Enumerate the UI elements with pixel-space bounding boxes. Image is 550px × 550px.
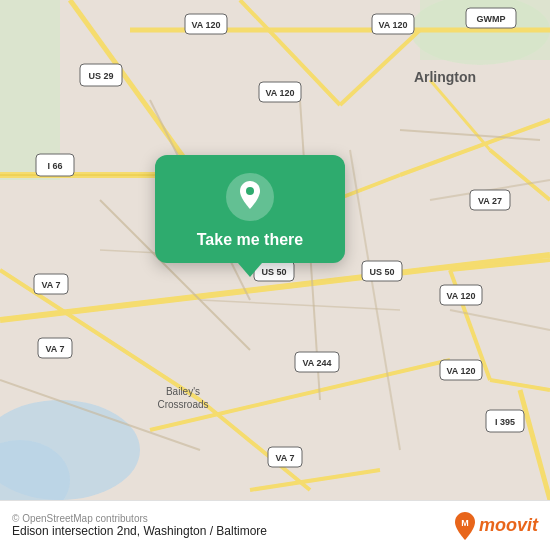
svg-text:US 29: US 29	[88, 71, 113, 81]
location-text: Edison intersection 2nd, Washington / Ba…	[12, 524, 267, 538]
bottom-bar: © OpenStreetMap contributors Edison inte…	[0, 500, 550, 550]
svg-text:I 395: I 395	[495, 417, 515, 427]
svg-text:VA 27: VA 27	[478, 196, 502, 206]
moovit-logo: M moovit	[454, 512, 538, 540]
copyright-text: © OpenStreetMap contributors	[12, 513, 267, 524]
location-icon-circle	[226, 173, 274, 221]
svg-text:VA 244: VA 244	[302, 358, 331, 368]
svg-text:VA 7: VA 7	[275, 453, 294, 463]
svg-point-71	[246, 187, 254, 195]
bottom-info: © OpenStreetMap contributors Edison inte…	[12, 513, 267, 538]
svg-text:M: M	[461, 518, 469, 528]
svg-text:VA 7: VA 7	[45, 344, 64, 354]
svg-text:VA 120: VA 120	[265, 88, 294, 98]
svg-text:VA 120: VA 120	[378, 20, 407, 30]
location-pin-icon	[236, 181, 264, 213]
svg-text:VA 7: VA 7	[41, 280, 60, 290]
svg-text:I 66: I 66	[47, 161, 62, 171]
moovit-pin-icon: M	[454, 512, 476, 540]
map-container: US 29 VA 120 VA 120 GWMP VA 120 Arlingto…	[0, 0, 550, 500]
svg-text:Bailey's: Bailey's	[166, 386, 200, 397]
svg-text:VA 120: VA 120	[446, 291, 475, 301]
moovit-wordmark: moovit	[479, 515, 538, 536]
svg-text:US 50: US 50	[369, 267, 394, 277]
svg-rect-3	[0, 0, 60, 180]
svg-text:Crossroads: Crossroads	[157, 399, 208, 410]
take-me-there-label: Take me there	[197, 231, 303, 249]
svg-text:VA 120: VA 120	[446, 366, 475, 376]
popup-card[interactable]: Take me there	[155, 155, 345, 263]
svg-text:GWMP: GWMP	[477, 14, 506, 24]
svg-text:US 50: US 50	[261, 267, 286, 277]
svg-text:VA 120: VA 120	[191, 20, 220, 30]
svg-text:Arlington: Arlington	[414, 69, 476, 85]
